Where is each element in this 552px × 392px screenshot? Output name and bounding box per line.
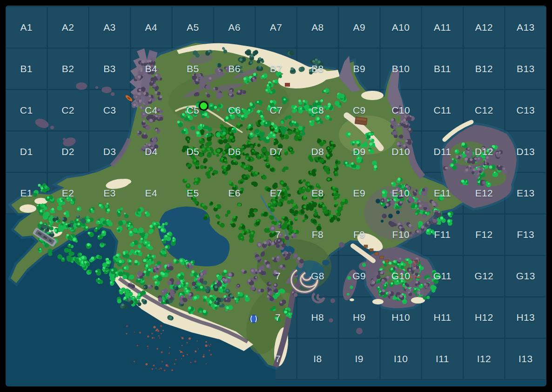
map-frame: A1A2A3A4A5A6A7A8A9A10A11A12A13B1B2B3B4B5… — [0, 0, 552, 392]
island-art — [6, 6, 546, 386]
blue-dome — [250, 315, 258, 323]
island-map[interactable]: A1A2A3A4A5A6A7A8A9A10A11A12A13B1B2B3B4B5… — [6, 6, 546, 386]
player-marker — [199, 101, 209, 111]
beach-hut — [285, 83, 290, 87]
boat — [125, 95, 133, 102]
